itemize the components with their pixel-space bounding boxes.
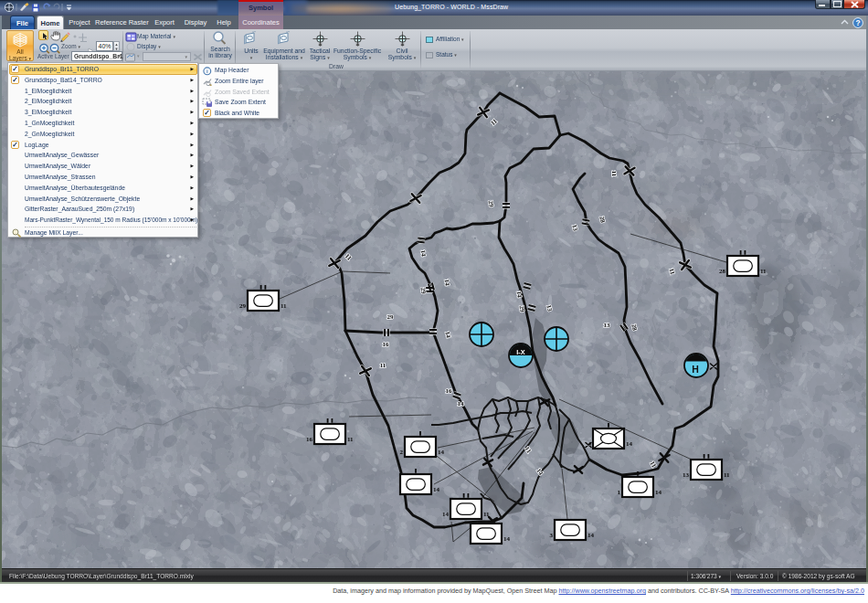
svg-text:11: 11 bbox=[281, 302, 287, 310]
svg-text:13: 13 bbox=[604, 322, 611, 329]
svg-text:11: 11 bbox=[724, 471, 730, 479]
svg-text:13: 13 bbox=[683, 471, 690, 479]
svg-text:16: 16 bbox=[446, 387, 453, 395]
svg-text:4: 4 bbox=[588, 440, 592, 448]
svg-text:14: 14 bbox=[458, 400, 465, 407]
svg-text:11: 11 bbox=[380, 362, 386, 369]
svg-text:11: 11 bbox=[347, 436, 354, 443]
svg-text:16: 16 bbox=[306, 436, 313, 443]
svg-text:H: H bbox=[692, 364, 699, 375]
svg-text:14: 14 bbox=[438, 449, 445, 456]
svg-text:14: 14 bbox=[503, 535, 511, 543]
svg-text:14: 14 bbox=[442, 511, 450, 518]
svg-text:11: 11 bbox=[483, 511, 490, 518]
svg-text:14: 14 bbox=[433, 486, 440, 493]
svg-text:?: ? bbox=[855, 18, 860, 27]
svg-text:29: 29 bbox=[239, 302, 247, 310]
svg-text:14: 14 bbox=[587, 532, 595, 539]
svg-text:i: i bbox=[206, 69, 208, 74]
svg-text:14: 14 bbox=[626, 440, 633, 448]
svg-text:16: 16 bbox=[383, 341, 390, 348]
svg-text:2: 2 bbox=[400, 449, 404, 456]
svg-text:I-X: I-X bbox=[516, 348, 525, 356]
svg-text:28: 28 bbox=[719, 268, 726, 275]
svg-text:3: 3 bbox=[550, 532, 554, 539]
svg-text:11: 11 bbox=[610, 171, 618, 177]
svg-text:14: 14 bbox=[655, 489, 662, 496]
svg-text:11: 11 bbox=[760, 268, 767, 275]
svg-text:29: 29 bbox=[387, 313, 395, 321]
svg-text:1: 1 bbox=[618, 489, 621, 496]
